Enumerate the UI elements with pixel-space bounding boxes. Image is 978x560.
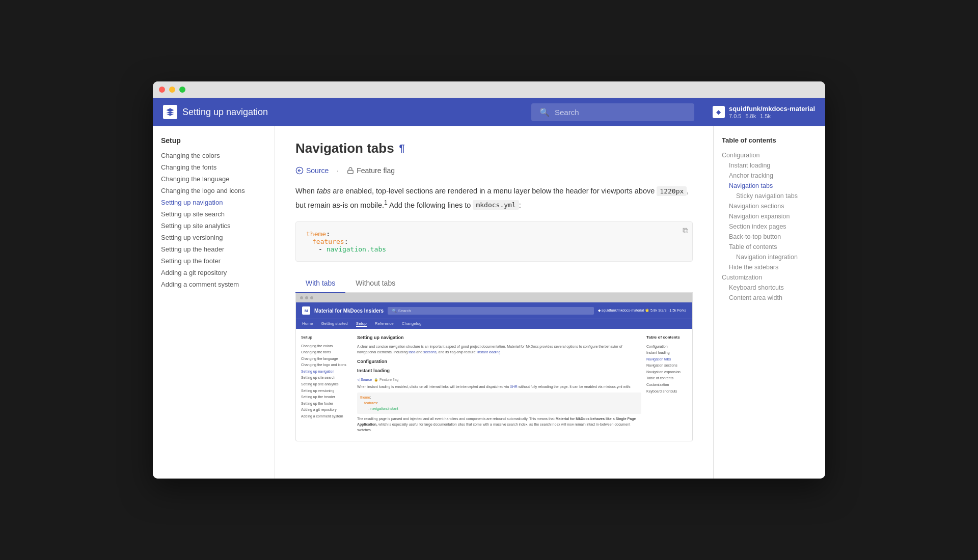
- toc-instant-loading[interactable]: Instant loading: [722, 160, 817, 171]
- content-area: Setup Changing the colors Changing the f…: [153, 126, 825, 479]
- site-logo: [163, 105, 177, 119]
- mini-browser: M Material for MkDocs Insiders 🔍 Search …: [296, 293, 692, 441]
- repo-stars: 5.8k: [745, 113, 756, 119]
- mini-config-title: Configuration: [357, 358, 641, 365]
- minimize-button[interactable]: [169, 87, 175, 93]
- mini-titlebar: [296, 293, 692, 302]
- sidebar-item-colors[interactable]: Changing the colors: [161, 150, 266, 161]
- page-title: Navigation tabs ¶: [295, 141, 693, 156]
- code-value-nav-tabs: navigation.tabs: [327, 245, 386, 253]
- tab-with-tabs[interactable]: With tabs: [295, 274, 345, 293]
- repo-version: 7.0.5: [729, 113, 741, 119]
- lock-icon: [347, 167, 354, 174]
- toc-navigation-expansion[interactable]: Navigation expansion: [722, 211, 817, 221]
- search-icon: 🔍: [539, 107, 550, 117]
- feature-flag: Feature flag: [347, 166, 395, 175]
- mini-header: M Material for MkDocs Insiders 🔍 Search …: [296, 302, 692, 319]
- code-key-features: features: [312, 238, 344, 245]
- mini-nav-reference: Reference: [375, 321, 394, 327]
- toc-navigation-tabs[interactable]: Navigation tabs: [722, 181, 817, 191]
- sidebar-item-footer[interactable]: Setting up the footer: [161, 255, 266, 267]
- tabs-container: With tabs Without tabs: [295, 274, 693, 441]
- toc-navigation-sections[interactable]: Navigation sections: [722, 201, 817, 211]
- sidebar-item-comments[interactable]: Adding a comment system: [161, 278, 266, 290]
- source-line: Source · Feature flag: [295, 166, 693, 175]
- mini-result-text: The resulting page is parsed and injecte…: [357, 416, 641, 433]
- mini-nav-changelog: Changelog: [402, 321, 422, 327]
- svg-rect-2: [348, 170, 354, 173]
- toc-configuration[interactable]: Configuration: [722, 150, 817, 160]
- sidebar-item-logo[interactable]: Changing the logo and icons: [161, 185, 266, 197]
- toc-sticky-navigation-tabs[interactable]: Sticky navigation tabs: [722, 191, 817, 201]
- maximize-button[interactable]: [179, 87, 185, 93]
- source-link[interactable]: Source: [295, 166, 329, 175]
- sidebar-section-title: Setup: [161, 136, 266, 145]
- repo-forks: 1.5k: [760, 113, 771, 119]
- sidebar-item-navigation[interactable]: Setting up navigation: [161, 197, 266, 208]
- search-placeholder: Search: [555, 108, 579, 117]
- code-block: theme: features: - navigation.tabs ⧉: [295, 221, 693, 262]
- code-key-theme: theme: [306, 230, 326, 238]
- tabs-header: With tabs Without tabs: [295, 274, 693, 293]
- mini-maximize: [310, 296, 313, 299]
- logo-area[interactable]: Setting up navigation: [163, 105, 268, 119]
- repo-icon: ◆: [713, 106, 725, 118]
- toc-keyboard-shortcuts[interactable]: Keyboard shortcuts: [722, 283, 817, 293]
- toc-anchor-tracking[interactable]: Anchor tracking: [722, 171, 817, 181]
- titlebar: [153, 81, 825, 98]
- mini-sidebar: Setup Changing the colors Changing the f…: [301, 334, 352, 436]
- source-icon: [295, 166, 304, 175]
- mini-close: [300, 296, 303, 299]
- repo-info[interactable]: ◆ squidfunk/mkdocs-material 7.0.5 5.8k 1…: [713, 105, 815, 120]
- sidebar-item-language[interactable]: Changing the language: [161, 173, 266, 185]
- search-bar[interactable]: 🔍 Search: [531, 103, 694, 121]
- site-title: Setting up navigation: [182, 107, 268, 118]
- anchor-link[interactable]: ¶: [399, 143, 405, 154]
- sidebar-item-git[interactable]: Adding a git repository: [161, 267, 266, 278]
- mini-code-block: theme: features: - navigation.instant: [357, 393, 641, 414]
- sidebar-item-analytics[interactable]: Setting up site analytics: [161, 220, 266, 232]
- toc-title: Table of contents: [722, 136, 817, 144]
- mini-search: 🔍 Search: [388, 307, 594, 315]
- toc-content-area-width[interactable]: Content area width: [722, 293, 817, 303]
- repo-name: squidfunk/mkdocs-material: [729, 105, 815, 113]
- sidebar-item-search[interactable]: Setting up site search: [161, 208, 266, 220]
- main-content: Navigation tabs ¶ Source · Feature flag …: [275, 126, 713, 479]
- toc-table-of-contents[interactable]: Table of contents: [722, 242, 817, 252]
- toc-hide-sidebars[interactable]: Hide the sidebars: [722, 262, 817, 272]
- mini-minimize: [305, 296, 308, 299]
- mini-instant-body: When instant loading is enabled, clicks …: [357, 384, 641, 389]
- tab-content: M Material for MkDocs Insiders 🔍 Search …: [295, 293, 693, 441]
- sidebar-right: Table of contents Configuration Instant …: [713, 126, 825, 479]
- preview-image: M Material for MkDocs Insiders 🔍 Search …: [296, 293, 692, 441]
- app-window: Setting up navigation 🔍 Search ◆ squidfu…: [153, 81, 825, 479]
- mini-nav-getting-started: Getting started: [321, 321, 347, 327]
- mini-repo: ◆ squidfunk/mkdocs-material ⭐ 5.8k Stars…: [598, 309, 686, 313]
- site-header: Setting up navigation 🔍 Search ◆ squidfu…: [153, 98, 825, 126]
- mini-logo: M: [302, 306, 310, 315]
- mini-body: Setup Changing the colors Changing the f…: [296, 329, 692, 441]
- close-button[interactable]: [159, 87, 165, 93]
- mini-toc: Table of contents Configuration Instant …: [646, 334, 687, 436]
- mini-body-text: A clear and concise navigation structure…: [357, 344, 641, 355]
- mini-nav: Home Getting started Setup Reference Cha…: [296, 319, 692, 329]
- sidebar-item-fonts[interactable]: Changing the fonts: [161, 161, 266, 173]
- mini-main-content: Setting up navigation A clear and concis…: [357, 334, 641, 436]
- sidebar-item-header[interactable]: Setting up the header: [161, 243, 266, 255]
- tab-without-tabs[interactable]: Without tabs: [345, 274, 405, 293]
- sidebar-left: Setup Changing the colors Changing the f…: [153, 126, 275, 479]
- toc-navigation-integration[interactable]: Navigation integration: [722, 252, 817, 262]
- description: When tabs are enabled, top-level section…: [295, 185, 693, 211]
- sidebar-item-versioning[interactable]: Setting up versioning: [161, 232, 266, 243]
- toc-section-index-pages[interactable]: Section index pages: [722, 221, 817, 232]
- toc-back-to-top[interactable]: Back-to-top button: [722, 232, 817, 242]
- mini-page-title: Setting up navigation: [357, 334, 641, 341]
- mini-nav-home: Home: [302, 321, 313, 327]
- mini-site-title: Material for MkDocs Insiders: [314, 308, 384, 314]
- mini-instant-title: Instant loading: [357, 367, 641, 374]
- toc-customization[interactable]: Customization: [722, 272, 817, 283]
- mini-nav-setup: Setup: [356, 321, 367, 327]
- copy-button[interactable]: ⧉: [683, 226, 688, 235]
